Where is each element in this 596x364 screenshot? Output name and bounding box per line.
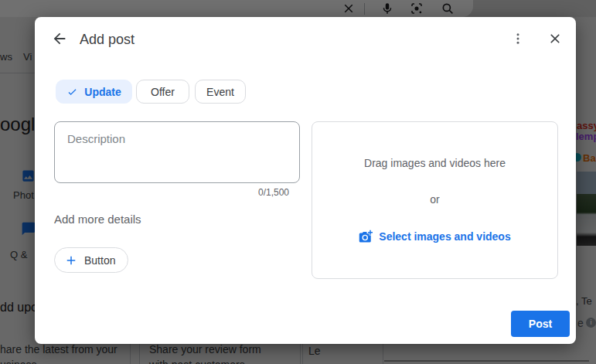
add-post-dialog: Add post Update Offer Event 0/1,500 Add …	[35, 17, 576, 344]
dropzone-or-text: or	[430, 193, 439, 206]
description-field	[54, 121, 300, 183]
more-options-button[interactable]	[507, 28, 529, 49]
description-input[interactable]	[54, 121, 300, 183]
check-icon	[66, 86, 78, 97]
post-button[interactable]: Post	[511, 311, 570, 337]
select-images-label: Select images and videos	[379, 230, 510, 243]
plus-icon	[64, 253, 78, 267]
details-heading: Add more details	[54, 213, 141, 226]
add-photo-icon	[359, 230, 373, 243]
screen: ws Vi oogle Phot Q & dd upc hare the lat…	[0, 0, 596, 364]
select-images-button[interactable]: Select images and videos	[359, 230, 510, 243]
back-button[interactable]	[49, 28, 70, 49]
add-button-chip[interactable]: Button	[54, 247, 128, 273]
tab-update[interactable]: Update	[56, 80, 132, 104]
tab-label: Offer	[151, 86, 175, 98]
character-counter: 0/1,500	[54, 187, 289, 198]
tab-label: Event	[206, 86, 234, 98]
tab-offer[interactable]: Offer	[136, 80, 189, 104]
close-button[interactable]	[544, 28, 566, 49]
tab-label: Update	[84, 86, 121, 98]
add-button-label: Button	[84, 254, 115, 267]
media-dropzone[interactable]: Drag images and videos here or Select im…	[312, 121, 558, 279]
dialog-title: Add post	[80, 32, 135, 48]
dropzone-drag-text: Drag images and videos here	[364, 157, 506, 169]
tab-event[interactable]: Event	[195, 80, 246, 104]
